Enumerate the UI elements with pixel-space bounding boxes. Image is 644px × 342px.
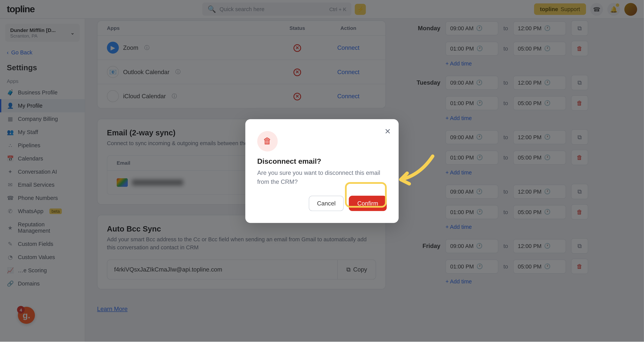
disconnect-modal: ✕ 🗑 Disconnect email? Are you sure you w…	[245, 119, 399, 223]
confirm-button[interactable]: Confirm	[349, 196, 387, 211]
modal-title: Disconnect email?	[257, 157, 386, 166]
trash-icon: 🗑	[257, 131, 278, 151]
modal-overlay: ✕ 🗑 Disconnect email? Are you sure you w…	[0, 0, 644, 342]
tutorial-arrow	[394, 154, 446, 192]
cancel-button[interactable]: Cancel	[309, 196, 344, 211]
modal-body: Are you sure you want to disconnect this…	[257, 168, 386, 186]
close-icon[interactable]: ✕	[384, 127, 391, 136]
